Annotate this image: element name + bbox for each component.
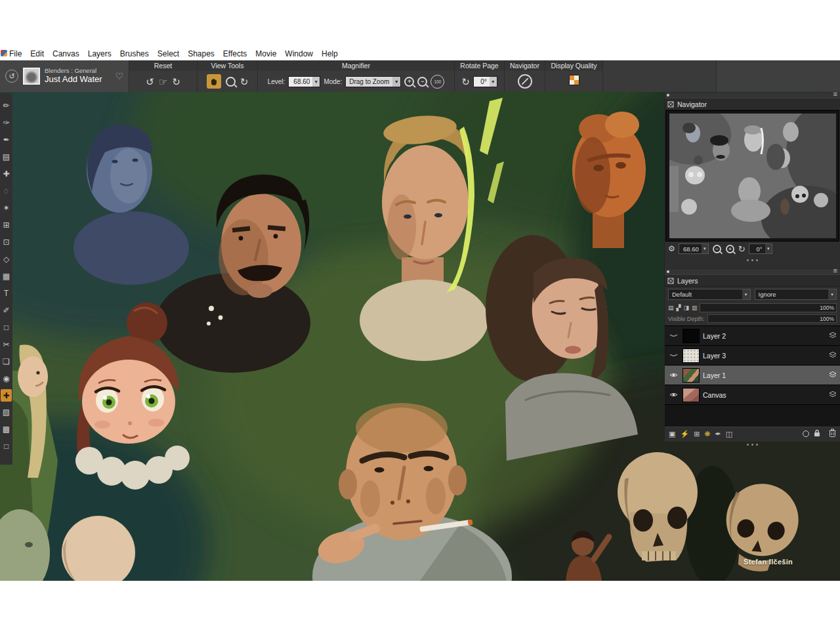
- pen-tool-icon[interactable]: ✒: [1, 131, 12, 148]
- panel-collapse-icon[interactable]: [667, 101, 674, 108]
- navigator-compass-icon[interactable]: [518, 74, 532, 89]
- layer-row-layer1-selected[interactable]: Layer 1: [665, 366, 840, 385]
- grabber-hand-icon[interactable]: [207, 74, 221, 89]
- layer-adjuster-tool-icon[interactable]: ❏: [1, 353, 12, 370]
- crop-tool-icon[interactable]: ⊞: [1, 217, 12, 234]
- composite-method-dropdown[interactable]: Default: [668, 289, 751, 300]
- visibility-eye-closed-icon[interactable]: [667, 333, 679, 338]
- navigator-header[interactable]: Navigator: [665, 98, 840, 110]
- zoom-mode-dropdown[interactable]: Drag to Zoom: [345, 76, 401, 87]
- new-layer-icon[interactable]: ⊞: [694, 430, 700, 438]
- zoom-level-caret-icon[interactable]: [312, 77, 320, 87]
- magic-wand-tool-icon[interactable]: ✶: [1, 200, 12, 217]
- page-view-tool-icon[interactable]: □: [1, 438, 12, 455]
- navigator-resize-grip[interactable]: [665, 256, 840, 264]
- layer-thumbnail[interactable]: [682, 329, 700, 343]
- visibility-eye-open-icon[interactable]: [667, 392, 679, 398]
- menu-edit[interactable]: Edit: [30, 49, 44, 58]
- menu-shapes[interactable]: Shapes: [188, 49, 215, 58]
- transform-tool-icon[interactable]: ◇: [1, 251, 12, 268]
- navigator-zoom-caret-icon[interactable]: [702, 244, 708, 253]
- composite-depth-caret-icon[interactable]: [828, 289, 836, 299]
- brush-refresh-icon[interactable]: ↺: [5, 70, 18, 83]
- eraser-tool-icon[interactable]: ▤: [1, 148, 12, 165]
- layer-mask-icon[interactable]: ◫: [726, 430, 732, 438]
- brush-labels[interactable]: Blenders : General Just Add Water: [45, 68, 102, 85]
- navigator-angle-caret-icon[interactable]: [765, 244, 772, 253]
- menu-layers[interactable]: Layers: [88, 49, 112, 58]
- page-angle-caret-icon[interactable]: [490, 77, 497, 87]
- lock-layer-icon[interactable]: [814, 428, 820, 440]
- layer-commands-icon[interactable]: ▣: [669, 430, 675, 438]
- layer-link-icon[interactable]: ▥: [692, 305, 698, 311]
- menu-window[interactable]: Window: [285, 49, 313, 58]
- reset-gesture-icon[interactable]: ☞: [159, 77, 167, 87]
- navigator-zoom-out-icon[interactable]: [713, 245, 721, 253]
- rotate-page-tool-icon[interactable]: ↻: [240, 77, 249, 87]
- zoom-level-spinner[interactable]: 68.60: [288, 76, 320, 87]
- visible-depth-slider[interactable]: 100%: [707, 314, 837, 323]
- navigator-thumbnail[interactable]: [665, 110, 839, 242]
- text-tool-icon[interactable]: T: [1, 285, 12, 302]
- menu-effects[interactable]: Effects: [223, 49, 247, 58]
- new-watercolor-layer-icon[interactable]: ❋: [704, 430, 710, 438]
- panel-collapse-icon[interactable]: [667, 278, 674, 284]
- reset-tracker-icon[interactable]: ↺: [146, 77, 154, 87]
- menu-file[interactable]: File: [9, 49, 22, 58]
- zoom-100-icon[interactable]: 100: [430, 75, 444, 89]
- layers-header[interactable]: Layers: [665, 274, 840, 287]
- layer-thumbnail[interactable]: [682, 348, 700, 363]
- rotate-page-icon[interactable]: ↻: [461, 77, 470, 87]
- navigator-zoom-in-icon[interactable]: [726, 245, 734, 253]
- navigator-angle-dropdown[interactable]: 0°: [749, 243, 772, 254]
- favorite-heart-icon[interactable]: ♡: [115, 71, 123, 81]
- zoom-to-fit-icon[interactable]: [404, 77, 414, 87]
- navigator-panel-menu-icon[interactable]: ≡: [833, 91, 837, 98]
- layers-dock-strip[interactable]: ≡: [665, 269, 840, 274]
- menu-canvas[interactable]: Canvas: [52, 49, 79, 58]
- magnifier-tool-icon[interactable]: [226, 77, 236, 87]
- composite-depth-dropdown[interactable]: Ignore: [755, 289, 837, 300]
- rect-select-tool-icon[interactable]: ⊡: [1, 234, 12, 251]
- paper-tool-icon[interactable]: ▦: [1, 268, 12, 285]
- path-pen-tool-icon[interactable]: ✐: [1, 302, 12, 319]
- dropper-tool-icon[interactable]: ✑: [1, 114, 12, 131]
- new-liquid-ink-layer-icon[interactable]: ✒: [715, 430, 721, 438]
- layer-row-canvas[interactable]: Canvas: [665, 385, 840, 405]
- layer-thumbnail[interactable]: [682, 368, 700, 383]
- menu-movie[interactable]: Movie: [255, 49, 276, 58]
- menu-help[interactable]: Help: [322, 49, 338, 58]
- visibility-eye-open-icon[interactable]: [667, 372, 679, 378]
- preserve-transparency-toggle-icon[interactable]: [803, 430, 809, 437]
- navigator-settings-icon[interactable]: ⚙: [668, 245, 675, 253]
- navigator-dock-strip[interactable]: ≡: [665, 93, 840, 98]
- pattern-tool-icon[interactable]: ▩: [1, 421, 12, 438]
- brush-variant-swatch[interactable]: [23, 68, 40, 85]
- gradient-tool-icon[interactable]: ▧: [1, 404, 12, 421]
- navigator-zoom-dropdown[interactable]: 68.60: [679, 243, 709, 254]
- shape-tool-icon[interactable]: □: [1, 319, 12, 336]
- pick-up-underlying-icon[interactable]: ▤: [668, 305, 674, 311]
- grabber-tool-icon[interactable]: ✚: [1, 389, 12, 402]
- brush-tool-icon[interactable]: ✏: [1, 97, 12, 114]
- move-tool-icon[interactable]: ✚: [1, 165, 12, 182]
- layer-thumbnail[interactable]: [682, 388, 700, 402]
- layers-resize-grip[interactable]: [665, 440, 840, 448]
- page-angle-spinner[interactable]: 0°: [473, 76, 497, 87]
- reset-rotation-icon[interactable]: ↻: [172, 77, 180, 87]
- layer-row-layer2[interactable]: Layer 2: [665, 326, 840, 346]
- delete-layer-trash-icon[interactable]: [829, 428, 836, 440]
- navigator-rotate-icon[interactable]: ↻: [738, 245, 746, 253]
- lasso-tool-icon[interactable]: ◌: [1, 182, 12, 200]
- layer-row-layer3[interactable]: Layer 3: [665, 346, 840, 366]
- dynamic-plugins-icon[interactable]: ⚡: [680, 430, 689, 438]
- menu-select[interactable]: Select: [158, 49, 179, 58]
- zoom-mode-caret-icon[interactable]: [392, 77, 400, 87]
- menu-brushes[interactable]: Brushes: [120, 49, 149, 58]
- ink-tool-icon[interactable]: ◉: [1, 370, 12, 387]
- opacity-slider[interactable]: 100%: [700, 303, 837, 312]
- layer-attributes-icon[interactable]: ◨: [683, 305, 689, 311]
- composite-method-caret-icon[interactable]: [742, 289, 750, 299]
- scissors-tool-icon[interactable]: ✂: [1, 336, 12, 353]
- display-quality-checker-icon[interactable]: [569, 75, 579, 88]
